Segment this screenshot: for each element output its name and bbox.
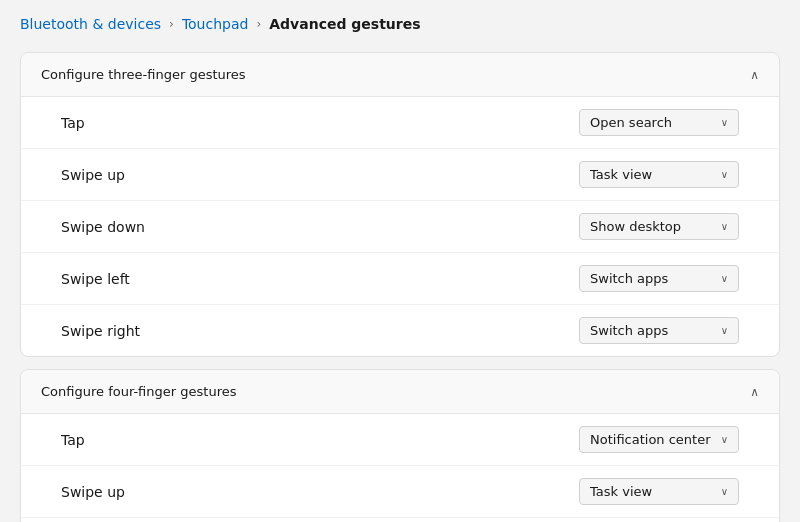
gesture-row-three-finger-4: Swipe rightSwitch apps∨ <box>21 305 779 356</box>
breadcrumb-current: Advanced gestures <box>269 16 420 32</box>
select-chevron-icon-three-finger-1: ∨ <box>721 169 728 180</box>
gesture-value-three-finger-0: Open search <box>590 115 672 130</box>
gesture-value-three-finger-3: Switch apps <box>590 271 668 286</box>
select-chevron-icon-three-finger-3: ∨ <box>721 273 728 284</box>
section-title-three-finger: Configure three-finger gestures <box>41 67 246 82</box>
gesture-row-three-finger-0: TapOpen search∨ <box>21 97 779 149</box>
gesture-value-three-finger-2: Show desktop <box>590 219 681 234</box>
gesture-label-three-finger-2: Swipe down <box>61 219 145 235</box>
gesture-select-three-finger-2[interactable]: Show desktop∨ <box>579 213 739 240</box>
gesture-select-three-finger-3[interactable]: Switch apps∨ <box>579 265 739 292</box>
breadcrumb-separator-2: › <box>256 17 261 31</box>
section-header-three-finger[interactable]: Configure three-finger gestures∧ <box>21 53 779 97</box>
select-chevron-icon-three-finger-4: ∨ <box>721 325 728 336</box>
select-chevron-icon-four-finger-1: ∨ <box>721 486 728 497</box>
select-chevron-icon-four-finger-0: ∨ <box>721 434 728 445</box>
gesture-value-four-finger-1: Task view <box>590 484 652 499</box>
gesture-label-four-finger-1: Swipe up <box>61 484 125 500</box>
gesture-label-four-finger-0: Tap <box>61 432 85 448</box>
gesture-select-four-finger-0[interactable]: Notification center∨ <box>579 426 739 453</box>
gesture-row-three-finger-3: Swipe leftSwitch apps∨ <box>21 253 779 305</box>
gesture-value-four-finger-0: Notification center <box>590 432 711 447</box>
section-four-finger: Configure four-finger gestures∧TapNotifi… <box>20 369 780 522</box>
section-three-finger: Configure three-finger gestures∧TapOpen … <box>20 52 780 357</box>
gesture-select-three-finger-4[interactable]: Switch apps∨ <box>579 317 739 344</box>
sections-container: Configure three-finger gestures∧TapOpen … <box>20 52 780 522</box>
section-title-four-finger: Configure four-finger gestures <box>41 384 236 399</box>
gesture-row-four-finger-0: TapNotification center∨ <box>21 414 779 466</box>
breadcrumb-bluetooth[interactable]: Bluetooth & devices <box>20 16 161 32</box>
chevron-icon-four-finger: ∧ <box>750 385 759 399</box>
gesture-row-three-finger-1: Swipe upTask view∨ <box>21 149 779 201</box>
select-chevron-icon-three-finger-0: ∨ <box>721 117 728 128</box>
select-chevron-icon-three-finger-2: ∨ <box>721 221 728 232</box>
breadcrumb: Bluetooth & devices › Touchpad › Advance… <box>20 16 780 32</box>
gesture-value-three-finger-4: Switch apps <box>590 323 668 338</box>
breadcrumb-separator-1: › <box>169 17 174 31</box>
gesture-value-three-finger-1: Task view <box>590 167 652 182</box>
gesture-row-three-finger-2: Swipe downShow desktop∨ <box>21 201 779 253</box>
chevron-icon-three-finger: ∧ <box>750 68 759 82</box>
gesture-row-four-finger-2: Swipe downShow desktop∨ <box>21 518 779 522</box>
breadcrumb-touchpad[interactable]: Touchpad <box>182 16 249 32</box>
gesture-select-three-finger-1[interactable]: Task view∨ <box>579 161 739 188</box>
gesture-label-three-finger-4: Swipe right <box>61 323 140 339</box>
section-header-four-finger[interactable]: Configure four-finger gestures∧ <box>21 370 779 414</box>
gesture-select-three-finger-0[interactable]: Open search∨ <box>579 109 739 136</box>
gesture-row-four-finger-1: Swipe upTask view∨ <box>21 466 779 518</box>
gesture-select-four-finger-1[interactable]: Task view∨ <box>579 478 739 505</box>
gesture-label-three-finger-0: Tap <box>61 115 85 131</box>
gesture-label-three-finger-3: Swipe left <box>61 271 130 287</box>
gesture-label-three-finger-1: Swipe up <box>61 167 125 183</box>
